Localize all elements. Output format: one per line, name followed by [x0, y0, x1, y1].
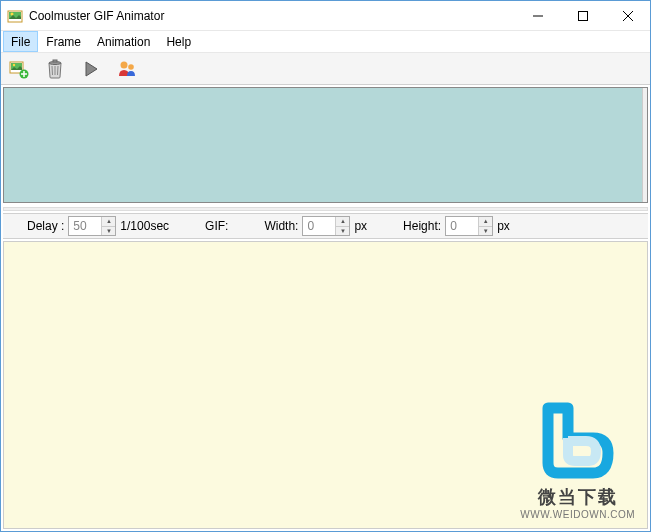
delay-unit: 1/100sec [120, 219, 169, 233]
svg-rect-14 [53, 60, 57, 62]
height-label: Height: [403, 219, 441, 233]
height-down[interactable]: ▼ [479, 227, 492, 236]
menu-animation[interactable]: Animation [89, 31, 158, 52]
width-up[interactable]: ▲ [336, 217, 349, 227]
menu-frame[interactable]: Frame [38, 31, 89, 52]
window-title: Coolmuster GIF Animator [29, 9, 515, 23]
watermark-url: WWW.WEIDOWN.COM [520, 509, 635, 520]
gif-label: GIF: [205, 219, 228, 233]
preview-panel [3, 87, 648, 203]
width-input[interactable] [303, 217, 335, 235]
toolbar [1, 53, 650, 85]
width-down[interactable]: ▼ [336, 227, 349, 236]
svg-point-19 [128, 64, 134, 70]
watermark-text: 微当下载 [520, 485, 635, 509]
panel-divider[interactable] [3, 207, 648, 211]
delay-input[interactable] [69, 217, 101, 235]
minimize-button[interactable] [515, 1, 560, 30]
width-spinner[interactable]: ▲ ▼ [302, 216, 350, 236]
users-button[interactable] [115, 57, 139, 81]
maximize-button[interactable] [560, 1, 605, 30]
height-unit: px [497, 219, 510, 233]
svg-point-18 [121, 61, 128, 68]
delete-button[interactable] [43, 57, 67, 81]
height-input[interactable] [446, 217, 478, 235]
menu-file[interactable]: File [3, 31, 38, 52]
svg-rect-4 [578, 11, 587, 20]
delay-spinner[interactable]: ▲ ▼ [68, 216, 116, 236]
watermark-logo-icon [533, 393, 623, 483]
menubar: File Frame Animation Help [1, 31, 650, 53]
width-label: Width: [264, 219, 298, 233]
close-button[interactable] [605, 1, 650, 30]
titlebar: Coolmuster GIF Animator [1, 1, 650, 31]
svg-point-9 [13, 63, 15, 65]
canvas-area: 微当下载 WWW.WEIDOWN.COM [3, 241, 648, 529]
height-spinner[interactable]: ▲ ▼ [445, 216, 493, 236]
menu-help[interactable]: Help [158, 31, 199, 52]
width-unit: px [354, 219, 367, 233]
delay-label: Delay : [27, 219, 64, 233]
svg-line-17 [58, 66, 59, 75]
watermark: 微当下载 WWW.WEIDOWN.COM [520, 393, 635, 520]
window-controls [515, 1, 650, 30]
play-button[interactable] [79, 57, 103, 81]
svg-line-15 [52, 66, 53, 75]
app-window: Coolmuster GIF Animator File Frame Anima… [0, 0, 651, 532]
settings-bar: Delay : ▲ ▼ 1/100sec GIF: Width: ▲ ▼ px … [3, 213, 648, 239]
app-icon [7, 8, 23, 24]
delay-down[interactable]: ▼ [102, 227, 115, 236]
height-up[interactable]: ▲ [479, 217, 492, 227]
add-image-button[interactable] [7, 57, 31, 81]
delay-up[interactable]: ▲ [102, 217, 115, 227]
